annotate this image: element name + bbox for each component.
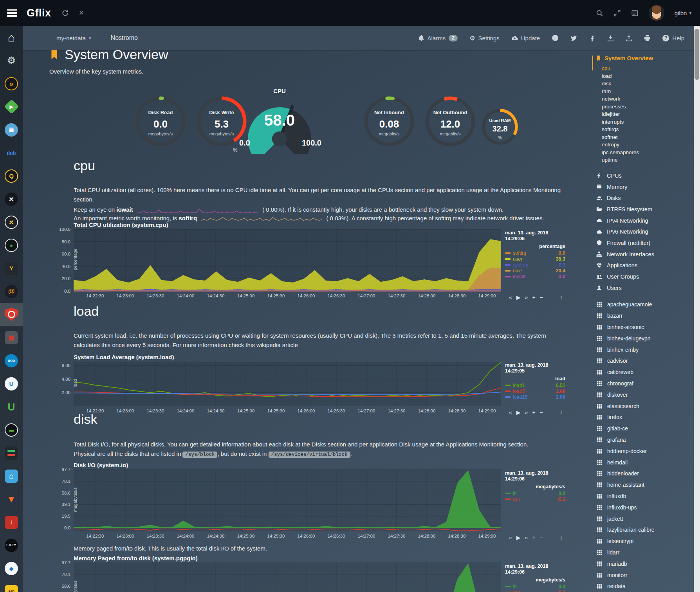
menu-app-binhex-emby[interactable]: binhex-emby bbox=[596, 344, 694, 355]
legend-row-user[interactable]: user35.3 bbox=[505, 256, 565, 262]
legend-row-load1[interactable]: load16.51 bbox=[505, 382, 565, 388]
sidebar-app-netdata[interactable] bbox=[0, 303, 23, 326]
sidebar-app-plex[interactable]: » bbox=[0, 72, 23, 95]
alarms-button[interactable]: Alarms 2 bbox=[418, 35, 458, 41]
menu-item-processes[interactable]: processes bbox=[602, 104, 694, 112]
download-icon[interactable] bbox=[607, 35, 614, 41]
chart-legend[interactable]: man. 13. aug. 201814:29:06megabytes/sin0… bbox=[505, 470, 565, 502]
settings-button[interactable]: ⚙ Settings bbox=[469, 34, 500, 42]
legend-row-in[interactable]: in0.0 bbox=[505, 490, 565, 496]
chart-tool-play[interactable]: ▶ bbox=[516, 534, 521, 541]
menu-item-cpu[interactable]: cpu bbox=[602, 65, 694, 73]
sidebar-app-emby[interactable]: ▶ bbox=[0, 95, 23, 118]
legend-row-out[interactable]: out-5.3 bbox=[505, 496, 565, 502]
menu-item-load[interactable]: load bbox=[602, 73, 694, 81]
menu-group-memory[interactable]: Memory bbox=[596, 181, 694, 193]
menu-item-network[interactable]: network bbox=[602, 96, 694, 104]
chart-tool-pan-left[interactable]: « bbox=[509, 294, 512, 300]
chart-legend[interactable]: man. 13. aug. 201814:29:05loadload16.51l… bbox=[505, 362, 565, 400]
legend-row-load5[interactable]: load52.68 bbox=[505, 388, 565, 394]
chart-tool-pan-right[interactable]: » bbox=[525, 534, 528, 541]
gauge-net-outbound[interactable]: Net Outbound12.0megabits/s bbox=[424, 95, 476, 147]
legend-row-system[interactable]: system2.3 bbox=[505, 262, 565, 268]
sidebar-app-sonarr[interactable]: × bbox=[0, 211, 23, 234]
menu-app-home-assistant[interactable]: home-assistant bbox=[596, 479, 694, 491]
menu-app-diskover[interactable]: diskover bbox=[596, 389, 694, 400]
github-icon[interactable] bbox=[552, 34, 559, 41]
chart-tool-pan-right[interactable]: » bbox=[525, 294, 528, 300]
sidebar-app-airsonic[interactable]: ılıılı bbox=[0, 141, 23, 164]
legend-row-load15[interactable]: load152.06 bbox=[505, 394, 565, 400]
chart-load[interactable]: System Load Average (system.load)2.004.0… bbox=[74, 354, 565, 415]
sidebar-app-nextcloud[interactable]: ooo bbox=[0, 349, 23, 372]
print-icon[interactable] bbox=[644, 35, 651, 41]
menu-group-firewall-netfilter-[interactable]: Firewall (netfilter) bbox=[596, 238, 694, 249]
gauge-disk-read[interactable]: Disk Read0.0megabytes/s bbox=[135, 95, 186, 147]
search-icon[interactable] bbox=[596, 9, 603, 17]
sidebar-app-jackett[interactable]: Q bbox=[0, 164, 23, 187]
chart-tool-pan-left[interactable]: « bbox=[509, 409, 512, 416]
chart-tool-zoom-in[interactable]: + bbox=[532, 294, 535, 300]
legend-row-iowait[interactable]: iowait0.0 bbox=[505, 274, 565, 279]
twitter-icon[interactable] bbox=[570, 35, 577, 41]
menu-icon[interactable] bbox=[7, 9, 17, 17]
menu-app-influxdb-ups[interactable]: influxdb-ups bbox=[596, 502, 694, 513]
menu-item-disk[interactable]: disk bbox=[602, 81, 694, 88]
sidebar-app-grafana[interactable]: @ bbox=[0, 280, 23, 303]
upload-icon[interactable] bbox=[626, 35, 632, 41]
chart-tool-zoom-in[interactable]: + bbox=[532, 534, 535, 541]
menu-app-monitorr[interactable]: monitorr bbox=[596, 569, 694, 581]
legend-row-in[interactable]: in0.0 bbox=[505, 583, 565, 589]
menu-app-heimdall[interactable]: heimdall bbox=[596, 457, 694, 468]
sidebar-app-unifi[interactable]: U bbox=[0, 372, 23, 395]
avatar[interactable] bbox=[649, 5, 664, 21]
sidebar-app-minio[interactable]: ▦ bbox=[0, 326, 23, 349]
sidebar-app-home-assistant[interactable]: ⌂ bbox=[0, 464, 23, 488]
user-menu[interactable]: gilbn ▾ bbox=[675, 10, 691, 16]
help-button[interactable]: ? Help bbox=[662, 35, 684, 41]
sidebar-app-deluge[interactable]: ◆ bbox=[0, 557, 23, 580]
update-button[interactable]: Update bbox=[511, 35, 540, 41]
sidebar-app-couchpotato[interactable]: ▬ bbox=[0, 418, 23, 441]
scrollbar-thumb[interactable] bbox=[695, 29, 699, 80]
menu-app-letsencrypt[interactable]: letsencrypt bbox=[596, 536, 694, 547]
menu-app-influxdb[interactable]: influxdb bbox=[596, 491, 694, 502]
sidebar-app-deluge-web[interactable]: ● bbox=[0, 234, 23, 257]
sidebar-app-radarr[interactable]: × bbox=[0, 187, 23, 211]
sidebar-app-sabnzbd[interactable]: sab bbox=[0, 580, 23, 592]
facebook-icon[interactable] bbox=[589, 35, 595, 41]
changelog-icon[interactable] bbox=[631, 9, 639, 17]
menu-app-jackett[interactable]: jackett bbox=[596, 513, 694, 524]
expand-icon[interactable] bbox=[613, 9, 621, 17]
menu-app-apacheguacamole[interactable]: apacheguacamole bbox=[596, 299, 694, 310]
menu-item-ipc-semaphores[interactable]: ipc semaphores bbox=[602, 149, 694, 157]
chart-tool-zoom-in[interactable]: + bbox=[532, 409, 535, 416]
sidebar-app-ubooquity[interactable]: ≣ bbox=[0, 118, 23, 141]
menu-app-elasticsearch[interactable]: elasticsearch bbox=[596, 400, 694, 412]
menu-item-entropy[interactable]: entropy bbox=[602, 142, 694, 149]
sidebar-app-youtube-dl[interactable]: ↓ bbox=[0, 511, 23, 534]
menu-app-netdata[interactable]: netdata bbox=[596, 581, 694, 592]
legend-row-softirq[interactable]: softirq0.0 bbox=[505, 250, 565, 256]
menu-item-uptime[interactable]: uptime bbox=[602, 157, 694, 165]
menu-item-ram[interactable]: ram bbox=[602, 88, 694, 96]
chart-cpu[interactable]: Total CPU utilization (system.cpu)0.020.… bbox=[74, 221, 565, 300]
app-title[interactable]: Gflix bbox=[27, 7, 51, 19]
chart-tool-zoom-out[interactable]: − bbox=[540, 294, 543, 300]
menu-app-hiddenloader[interactable]: hiddenloader bbox=[596, 468, 694, 479]
menu-group-ipv4-networking[interactable]: IPv4 Networking bbox=[596, 215, 694, 226]
scrollbar-track[interactable] bbox=[694, 26, 700, 592]
menu-app-bazarr[interactable]: bazarr bbox=[596, 310, 694, 322]
refresh-icon[interactable] bbox=[61, 9, 69, 17]
chart-legend[interactable]: man. 13. aug. 201814:29:06percentagesoft… bbox=[505, 230, 565, 279]
sidebar-app-lazylibrarian[interactable]: LAZY bbox=[0, 534, 23, 557]
menu-app-gitlab-ce[interactable]: gitlab-ce bbox=[596, 423, 694, 434]
menu-group-applications[interactable]: Applications bbox=[596, 260, 694, 271]
gauge-cpu[interactable]: CPU58.00.0100.0% bbox=[236, 88, 323, 154]
gauge-used-ram[interactable]: Used RAM32.8% bbox=[481, 108, 519, 146]
chart-pgpgio[interactable]: Memory Paged from/to disk (system.pgpgio… bbox=[74, 555, 565, 592]
sidebar-app-settings[interactable]: ⚙ bbox=[0, 49, 23, 72]
menu-group-btrfs-filesystem[interactable]: BTRFS filesystem bbox=[596, 204, 694, 215]
menu-app-hddtemp-docker[interactable]: hddtemp-docker bbox=[596, 445, 694, 457]
menu-section-title[interactable]: System Overview bbox=[596, 55, 694, 61]
